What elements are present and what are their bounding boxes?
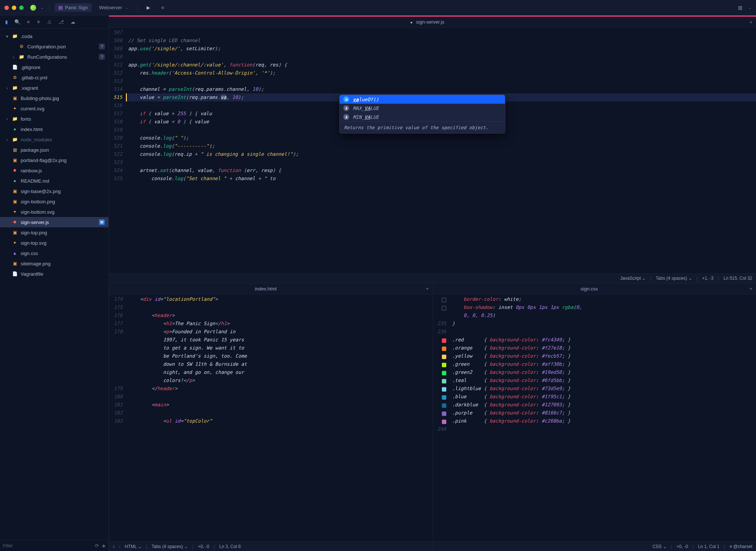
issues-icon[interactable]: ⚠ xyxy=(47,19,52,25)
file-name: .gitignore xyxy=(21,65,40,70)
symbols-icon[interactable]: ≡ xyxy=(27,19,30,25)
file-icon: ✦ xyxy=(12,106,18,111)
code-editor[interactable]: 235236248 border-color: white; box-shado… xyxy=(433,295,756,551)
fwd-button[interactable]: › xyxy=(119,544,120,549)
file-name: current.svg xyxy=(21,106,44,111)
tab-active[interactable]: sign-server.js xyxy=(109,19,746,25)
tree-item[interactable]: ›📁node_modules xyxy=(0,134,109,145)
code-editor[interactable]: 174175176177178179180181182183 <div id="… xyxy=(109,295,433,551)
tree-item[interactable]: 📄.gitignore xyxy=(0,62,109,72)
tree-item[interactable]: ✹sign-server.jsM xyxy=(0,217,109,227)
snowflake-icon[interactable]: ✳ xyxy=(37,19,41,25)
tree-item[interactable]: ✦sign-bottom.svg xyxy=(0,207,109,217)
window-controls xyxy=(4,6,24,10)
tree-item[interactable]: ▦package.json xyxy=(0,145,109,155)
file-name: rainbow.js xyxy=(21,168,42,173)
back-button[interactable]: ‹ xyxy=(113,544,114,549)
new-tab-button[interactable]: ＋ xyxy=(746,19,756,25)
tree-item[interactable]: ▲sign.css xyxy=(0,248,109,258)
code-editor[interactable]: 5075085095105115125135145155165175185195… xyxy=(109,28,756,283)
new-tab-button[interactable]: ＋ xyxy=(422,285,433,292)
tree-item[interactable]: ▣siteimage.png xyxy=(0,258,109,269)
file-icon: ▣ xyxy=(12,199,18,204)
tree-item[interactable]: ⚙.gitlab-ci.yml xyxy=(0,72,109,83)
tree-item[interactable]: ▣sign-base@2x.png xyxy=(0,186,109,196)
tree-item[interactable]: ▣sign-top.png xyxy=(0,227,109,238)
tree-item[interactable]: ●index.html xyxy=(0,124,109,134)
scm-icon[interactable]: ⎇ xyxy=(58,19,64,25)
tree-item[interactable]: 📄Vagrantfile xyxy=(0,269,109,279)
file-icon: 📁 xyxy=(12,137,18,142)
autocomplete-item[interactable]: kMIN_VALUE xyxy=(340,113,505,121)
tree-item[interactable]: ▣portland-flag@2x.png xyxy=(0,155,109,165)
refresh-icon[interactable]: ⟳ xyxy=(95,543,99,548)
file-tree[interactable]: ▾📁.coda⚙Configuration.json?›📁RunConfigur… xyxy=(0,29,109,540)
editor-pane-bottom-right: sign.css ＋ 235236248 border-color: white… xyxy=(433,283,756,551)
tree-item[interactable]: ▣Building-photo.jpg xyxy=(0,93,109,103)
disclosure-icon[interactable]: › xyxy=(5,85,9,91)
tree-item[interactable]: ✹rainbow.js xyxy=(0,165,109,176)
tree-item[interactable]: ▣sign-bottom.png xyxy=(0,196,109,207)
tree-item[interactable]: ›📁fonts xyxy=(0,114,109,124)
tab-active[interactable]: index.html xyxy=(109,286,422,292)
autocomplete-item[interactable]: mvalueOf() xyxy=(340,95,505,104)
tab-active[interactable]: sign.css xyxy=(433,286,746,292)
disclosure-icon[interactable]: ▾ xyxy=(5,34,9,39)
project-name: Panic Sign xyxy=(65,5,88,10)
disclosure-icon[interactable]: › xyxy=(5,116,9,122)
disclosure-icon[interactable]: › xyxy=(5,137,9,142)
tab-bar: sign-server.js ＋ xyxy=(109,17,756,28)
file-icon: ▲ xyxy=(12,250,18,256)
color-swatch-icon xyxy=(442,371,446,375)
file-icon: ▣ xyxy=(12,261,18,266)
close-window[interactable] xyxy=(4,6,9,10)
indent-selector[interactable]: Tabs (4 spaces) ⌄ xyxy=(152,544,188,549)
tree-item[interactable]: ✦current.svg xyxy=(0,103,109,114)
tree-item[interactable]: ›📁.vagrant xyxy=(0,83,109,93)
autocomplete-item[interactable]: kMAX_VALUE xyxy=(340,104,505,113)
file-name: sign-bottom.svg xyxy=(21,209,55,215)
run-button[interactable]: ▶ xyxy=(143,3,154,12)
lang-selector[interactable]: CSS ⌄ xyxy=(653,544,667,549)
panel-layout-icon[interactable]: ▥ xyxy=(736,3,744,12)
app-menu-chevron-icon[interactable]: ⌄ xyxy=(41,5,44,10)
tree-item[interactable]: ⚙Configuration.json? xyxy=(0,41,109,52)
autocomplete-popup[interactable]: mvalueOf()kMAX_VALUEkMIN_VALUEReturns th… xyxy=(339,94,505,134)
diff-status: +0, -0 xyxy=(677,544,688,549)
file-name: siteimage.png xyxy=(21,261,51,266)
disclosure-icon[interactable]: › xyxy=(12,54,16,60)
color-swatch-icon xyxy=(442,347,446,351)
file-name: sign-server.js xyxy=(21,220,49,225)
cursor-position: Ln 515, Col 32 xyxy=(724,276,752,281)
file-icon: 📁 xyxy=(12,116,18,122)
file-icon: ✦ xyxy=(12,240,18,246)
status-bar: ‹ › HTML ⌄ | Tabs (4 spaces) ⌄ | +0, -0 … xyxy=(109,541,433,551)
filter-input[interactable] xyxy=(3,543,92,548)
lang-selector[interactable]: HTML ⌄ xyxy=(125,544,142,549)
files-icon[interactable]: ▮ xyxy=(5,19,8,25)
cloud-icon[interactable]: ☁ xyxy=(71,19,75,25)
autocomplete-doc: Returns the primitive value of the speci… xyxy=(340,121,505,133)
project-crumb[interactable]: ▤ Panic Sign xyxy=(55,3,92,12)
chevron-down-icon[interactable]: ⌄ xyxy=(748,5,752,10)
status-badge: M xyxy=(99,219,105,225)
color-swatch-icon xyxy=(442,395,446,400)
tree-item[interactable]: ✦sign-top.svg xyxy=(0,238,109,248)
tree-item[interactable]: ●README.md xyxy=(0,176,109,186)
new-tab-button[interactable]: ＋ xyxy=(746,285,756,292)
indent-selector[interactable]: Tabs (4 spaces) ⌄ xyxy=(656,276,692,281)
search-icon[interactable]: 🔍 xyxy=(14,19,20,25)
lang-selector[interactable]: JavaScript ⌄ xyxy=(620,276,646,281)
symbol-path[interactable]: ≡ @charset xyxy=(729,544,752,549)
minimize-window[interactable] xyxy=(12,6,16,10)
tree-item[interactable]: ▾📁.coda xyxy=(0,31,109,41)
run-target[interactable]: Webserver ⌄ xyxy=(95,3,132,12)
settings-icon[interactable]: ◈ xyxy=(102,543,106,548)
editor-grid: sign-server.js ＋ 50750850951051151251351… xyxy=(109,16,756,551)
file-name: portland-flag@2x.png xyxy=(21,158,67,163)
file-icon: ● xyxy=(12,178,18,184)
stop-button[interactable]: ■ xyxy=(158,3,168,12)
zoom-window[interactable] xyxy=(19,6,24,10)
sidebar-footer: ⟳ ◈ xyxy=(0,540,109,551)
tree-item[interactable]: ›📁RunConfigurations? xyxy=(0,52,109,62)
